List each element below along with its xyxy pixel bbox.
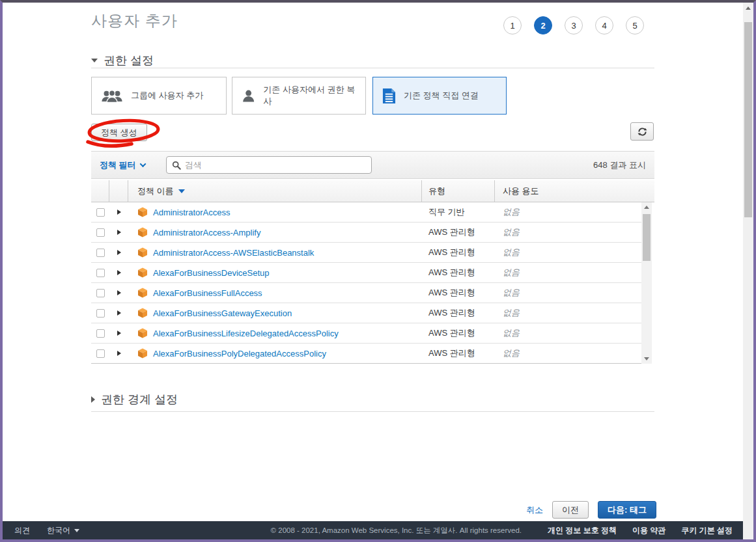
language-dropdown-icon — [74, 529, 79, 532]
policy-type: AWS 관리형 — [422, 347, 495, 359]
table-row: AdministratorAccess-AWSElasticBeanstalk … — [91, 243, 641, 263]
expand-row-icon[interactable] — [117, 310, 121, 316]
policy-cube-icon — [137, 288, 148, 298]
policy-usage: 없음 — [495, 267, 641, 278]
step-2-active[interactable]: 2 — [534, 16, 552, 34]
permissions-section-title: 권한 설정 — [104, 53, 154, 68]
policy-name-link[interactable]: AdministratorAccess-AWSElasticBeanstalk — [153, 248, 314, 258]
language-selector[interactable]: 한국어 — [47, 525, 79, 536]
policy-type: AWS 관리형 — [422, 226, 495, 238]
policy-name-link[interactable]: AlexaForBusinessFullAccess — [153, 288, 262, 298]
policy-cube-icon — [137, 328, 148, 338]
policy-search-box[interactable] — [166, 156, 372, 174]
option-attach-existing-policies-selected[interactable]: 기존 정책 직접 연결 — [372, 77, 507, 115]
expand-icon — [91, 396, 95, 403]
policy-table-body: AdministratorAccess 직무 기반 없음 Administrat… — [91, 202, 641, 364]
step-3[interactable]: 3 — [565, 16, 583, 34]
row-checkbox[interactable] — [96, 208, 105, 217]
scroll-up-icon[interactable] — [746, 7, 751, 10]
sort-desc-icon — [178, 189, 185, 193]
table-row: AdministratorAccess-Amplify AWS 관리형 없음 — [91, 223, 641, 243]
header-policy-type[interactable]: 유형 — [422, 180, 495, 202]
row-checkbox[interactable] — [96, 329, 105, 338]
next-tags-button[interactable]: 다음: 태그 — [598, 501, 656, 519]
window-scrollbar[interactable] — [743, 3, 753, 539]
policy-cube-icon — [137, 247, 148, 258]
policy-name-link[interactable]: AdministratorAccess-Amplify — [153, 228, 260, 237]
policy-usage: 없음 — [495, 287, 641, 299]
refresh-icon — [637, 127, 647, 137]
row-checkbox[interactable] — [96, 228, 105, 237]
cancel-button[interactable]: 취소 — [526, 504, 543, 516]
boundary-section-header[interactable]: 권한 경계 설정 — [91, 392, 178, 407]
document-icon — [382, 88, 396, 104]
policy-name-link[interactable]: AlexaForBusinessGatewayExecution — [153, 308, 292, 318]
policy-name-link[interactable]: AlexaForBusinessDeviceSetup — [153, 268, 269, 278]
aws-add-user-page: { "page": { "title": "사용자 추가" }, "steps"… — [0, 0, 756, 542]
permissions-section-header[interactable]: 권한 설정 — [91, 53, 154, 68]
option-label: 기존 사용자에서 권한 복사 — [263, 84, 356, 107]
option-copy-permissions[interactable]: 기존 사용자에서 권한 복사 — [232, 77, 366, 115]
table-row: AlexaForBusinessGatewayExecution AWS 관리형… — [91, 303, 641, 323]
expand-row-icon[interactable] — [117, 250, 121, 255]
scroll-down-icon[interactable] — [644, 357, 649, 360]
row-checkbox[interactable] — [96, 309, 105, 318]
policy-name-link[interactable]: AlexaForBusinessPolyDelegatedAccessPolic… — [153, 349, 326, 359]
policy-cube-icon — [137, 308, 148, 318]
row-checkbox[interactable] — [96, 349, 105, 358]
table-scrollbar[interactable] — [641, 202, 652, 364]
row-checkbox[interactable] — [96, 289, 105, 297]
window-scrollbar-thumb[interactable] — [744, 22, 752, 217]
privacy-policy-link[interactable]: 개인 정보 보호 정책 — [548, 525, 617, 536]
refresh-button[interactable] — [630, 122, 654, 141]
option-label: 기존 정책 직접 연결 — [404, 90, 479, 102]
policy-type: AWS 관리형 — [422, 247, 495, 258]
row-checkbox[interactable] — [96, 249, 105, 257]
group-icon — [101, 88, 123, 103]
option-add-user-to-group[interactable]: 그룹에 사용자 추가 — [91, 77, 227, 115]
chevron-down-icon — [139, 161, 146, 167]
previous-button[interactable]: 이전 — [552, 501, 589, 519]
row-checkbox[interactable] — [96, 269, 105, 277]
policy-cube-icon — [137, 348, 148, 359]
table-row: AlexaForBusinessDeviceSetup AWS 관리형 없음 — [91, 263, 641, 283]
policy-name-link[interactable]: AlexaForBusinessLifesizeDelegatedAccessP… — [153, 329, 339, 338]
policy-name-link[interactable]: AdministratorAccess — [153, 208, 230, 217]
footer: 의견 한국어 © 2008 - 2021, Amazon Web Service… — [3, 521, 743, 539]
policy-usage: 없음 — [495, 347, 641, 359]
policy-type: AWS 관리형 — [422, 267, 495, 278]
policy-filter-bar: 정책 필터 648 결과 표시 — [91, 151, 654, 179]
policy-filter-dropdown[interactable]: 정책 필터 — [100, 159, 145, 171]
step-5[interactable]: 5 — [626, 16, 644, 34]
step-1[interactable]: 1 — [503, 16, 522, 34]
wizard-step-indicator: 1 2 3 4 5 — [503, 16, 644, 34]
expand-row-icon[interactable] — [117, 230, 121, 235]
expand-row-icon[interactable] — [117, 210, 121, 215]
search-input[interactable] — [185, 160, 366, 170]
divider — [91, 411, 654, 412]
table-scrollbar-thumb[interactable] — [643, 214, 651, 261]
expand-row-icon[interactable] — [117, 270, 121, 275]
search-icon — [172, 161, 181, 170]
scroll-up-icon[interactable] — [644, 206, 649, 209]
feedback-link[interactable]: 의견 — [14, 525, 30, 536]
policy-type: AWS 관리형 — [422, 287, 495, 299]
table-row: AlexaForBusinessPolyDelegatedAccessPolic… — [91, 344, 641, 364]
terms-link[interactable]: 이용 약관 — [632, 525, 665, 536]
collapse-icon — [91, 59, 98, 62]
header-policy-name[interactable]: 정책 이름 — [128, 180, 422, 202]
create-policy-button[interactable]: 정책 생성 — [91, 124, 147, 141]
expand-row-icon[interactable] — [117, 351, 121, 356]
cookie-preferences-link[interactable]: 쿠키 기본 설정 — [681, 525, 733, 536]
expand-row-icon[interactable] — [117, 290, 121, 295]
user-icon — [242, 88, 255, 103]
policy-type: AWS 관리형 — [422, 327, 495, 339]
results-count: 648 결과 표시 — [593, 159, 646, 171]
step-4[interactable]: 4 — [595, 16, 613, 34]
header-policy-usage[interactable]: 사용 용도 — [495, 180, 654, 202]
page-title: 사용자 추가 — [91, 10, 178, 31]
policy-usage: 없음 — [495, 327, 641, 339]
expand-row-icon[interactable] — [117, 331, 121, 336]
policy-type: 직무 기반 — [422, 206, 495, 218]
header-checkbox-column — [91, 180, 109, 202]
